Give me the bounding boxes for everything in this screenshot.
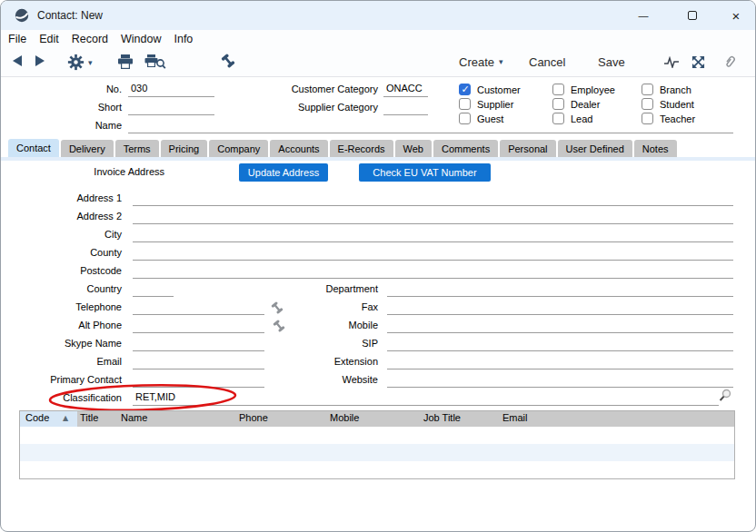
tab-strip xyxy=(1,157,755,161)
minimize-button[interactable]: — xyxy=(626,1,661,30)
tab-delivery[interactable]: Delivery xyxy=(61,140,114,158)
menu-edit[interactable]: Edit xyxy=(39,33,59,45)
customer-category-field[interactable]: ONACC xyxy=(383,81,428,97)
checkbox-customer[interactable]: Customer xyxy=(459,83,521,96)
next-record-button[interactable] xyxy=(35,54,45,67)
checkbox-guest[interactable]: Guest xyxy=(459,112,503,125)
country-label: Country xyxy=(19,281,122,297)
menu-window[interactable]: Window xyxy=(121,33,161,45)
address1-field[interactable] xyxy=(133,190,733,206)
primary-contact-label: Primary Contact xyxy=(19,371,122,388)
table-row[interactable] xyxy=(20,444,734,461)
checkbox-box[interactable] xyxy=(459,113,471,124)
check-eu-vat-button[interactable]: Check EU VAT Number xyxy=(359,163,491,182)
checkbox-box[interactable] xyxy=(552,84,564,95)
close-icon: × xyxy=(732,8,741,24)
website-field[interactable] xyxy=(387,371,733,388)
close-button[interactable]: × xyxy=(719,1,753,30)
tab-web[interactable]: Web xyxy=(395,140,432,158)
column-code[interactable]: Code xyxy=(25,412,49,423)
column-title[interactable]: Title xyxy=(80,412,98,423)
paperclip-icon[interactable] xyxy=(722,54,737,70)
checkbox-employee[interactable]: Employee xyxy=(552,83,615,96)
county-field[interactable] xyxy=(133,244,733,261)
tab-company[interactable]: Company xyxy=(209,140,268,158)
menu-record[interactable]: Record xyxy=(72,33,108,45)
address1-label: Address 1 xyxy=(19,190,122,206)
column-name[interactable]: Name xyxy=(121,412,147,423)
telephone-field[interactable] xyxy=(133,299,264,315)
postcode-field[interactable] xyxy=(133,262,733,279)
checkbox-box[interactable] xyxy=(459,98,471,110)
app-window: Contact: New — × File Edit Record Window… xyxy=(0,0,756,532)
classification-lookup-icon[interactable] xyxy=(718,389,731,403)
tab-pricing[interactable]: Pricing xyxy=(161,140,208,158)
skype-name-field[interactable] xyxy=(133,335,264,351)
menu-file[interactable]: File xyxy=(8,33,26,45)
checkbox-box[interactable] xyxy=(642,98,653,110)
extension-field[interactable] xyxy=(387,353,733,369)
gear-icon xyxy=(67,54,85,71)
address2-field[interactable] xyxy=(133,208,733,224)
table-header: Code ▲ Title Name Phone Mobile Job Title… xyxy=(20,411,734,427)
tab-contact[interactable]: Contact xyxy=(8,139,59,158)
checkbox-lead[interactable]: Lead xyxy=(552,112,592,125)
checkbox-box[interactable] xyxy=(459,84,471,95)
checkbox-student[interactable]: Student xyxy=(642,97,694,111)
mobile-field[interactable] xyxy=(387,317,733,333)
update-address-button[interactable]: Update Address xyxy=(239,163,328,182)
short-field[interactable] xyxy=(128,99,214,115)
tab-comments[interactable]: Comments xyxy=(433,140,498,158)
checkbox-supplier[interactable]: Supplier xyxy=(459,97,513,111)
checkbox-dealer[interactable]: Dealer xyxy=(552,97,600,111)
print-preview-button[interactable] xyxy=(144,54,166,71)
cancel-button[interactable]: Cancel xyxy=(529,55,565,69)
country-field[interactable] xyxy=(133,281,174,297)
sip-field[interactable] xyxy=(387,335,733,351)
minimize-icon: — xyxy=(639,10,649,21)
column-job-title[interactable]: Job Title xyxy=(423,412,461,423)
primary-contact-field[interactable] xyxy=(133,371,264,388)
column-mobile[interactable]: Mobile xyxy=(330,412,359,423)
tab-accounts[interactable]: Accounts xyxy=(270,140,327,158)
county-label: County xyxy=(19,244,122,261)
chevron-down-icon: ▾ xyxy=(499,58,503,66)
checkbox-box[interactable] xyxy=(552,113,564,124)
invoice-address-label: Invoice Address xyxy=(55,163,164,180)
save-button[interactable]: Save xyxy=(598,55,625,69)
alt-phone-field[interactable] xyxy=(133,317,264,333)
print-button[interactable] xyxy=(117,54,134,70)
classification-field[interactable]: RET,MID xyxy=(133,389,719,406)
column-phone[interactable]: Phone xyxy=(239,412,268,423)
website-label: Website xyxy=(255,371,378,388)
city-field[interactable] xyxy=(133,226,733,242)
email-field[interactable] xyxy=(133,353,264,369)
expand-icon[interactable] xyxy=(691,55,705,69)
activity-pulse-icon[interactable] xyxy=(663,56,680,68)
tab-terms[interactable]: Terms xyxy=(115,140,159,158)
checkbox-box[interactable] xyxy=(552,98,564,110)
tab-personal[interactable]: Personal xyxy=(500,140,555,158)
phone-dial-button[interactable] xyxy=(221,54,235,68)
menu-info[interactable]: Info xyxy=(174,33,193,45)
no-field[interactable]: 030 xyxy=(128,81,214,97)
checkbox-teacher[interactable]: Teacher xyxy=(642,112,695,125)
checkbox-box[interactable] xyxy=(642,113,653,124)
tab-user-defined[interactable]: User Defined xyxy=(558,140,632,158)
checkbox-box[interactable] xyxy=(642,84,653,95)
supplier-category-field[interactable] xyxy=(383,99,428,115)
previous-record-button[interactable] xyxy=(12,54,23,67)
fax-field[interactable] xyxy=(387,299,733,315)
checkbox-branch[interactable]: Branch xyxy=(642,83,691,96)
department-field[interactable] xyxy=(387,281,733,297)
tab-e-records[interactable]: E-Records xyxy=(330,140,393,158)
maximize-button[interactable] xyxy=(675,1,710,30)
table-row[interactable] xyxy=(20,461,734,478)
alt-phone-label: Alt Phone xyxy=(19,317,122,333)
tab-notes[interactable]: Notes xyxy=(634,140,677,158)
column-email[interactable]: Email xyxy=(502,412,528,423)
table-row[interactable] xyxy=(20,427,734,444)
operations-gear-button[interactable] xyxy=(67,54,85,74)
create-button[interactable]: Create ▾ xyxy=(459,55,503,69)
gear-caret-icon[interactable]: ▾ xyxy=(88,59,93,67)
